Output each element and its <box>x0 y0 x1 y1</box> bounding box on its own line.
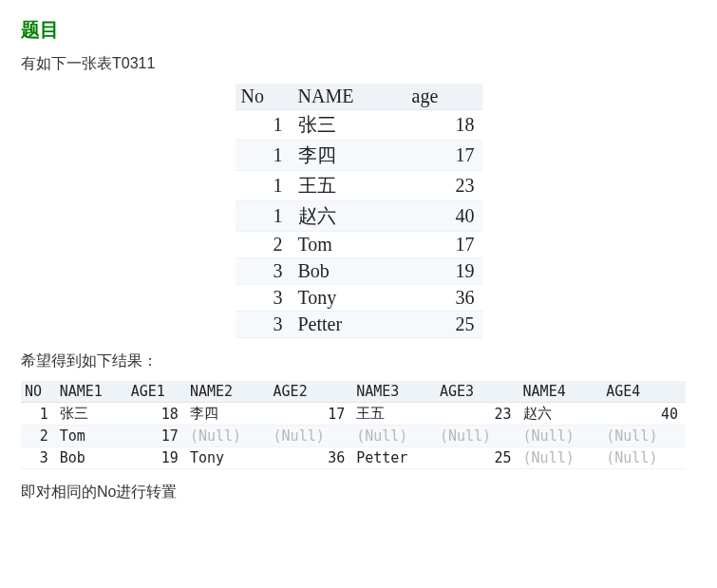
cell-name3: (Null) <box>352 426 436 447</box>
cell-age2: (Null) <box>270 426 353 447</box>
cell-age: 23 <box>406 171 482 201</box>
cell-no: 2 <box>21 426 56 447</box>
table1-wrapper: No NAME age 1张三181李四171王五231赵六402Tom173B… <box>21 84 696 338</box>
cell-age2: 36 <box>270 447 353 469</box>
cell-name3: Petter <box>352 447 436 469</box>
cell-age4: (Null) <box>602 447 686 469</box>
cell-name2: 李四 <box>186 403 270 426</box>
cell-age1: 18 <box>127 403 186 426</box>
col2-age1: AGE1 <box>127 381 186 403</box>
cell-no: 1 <box>236 141 292 171</box>
section-heading: 题目 <box>21 17 696 43</box>
cell-name: Tom <box>292 232 406 258</box>
col2-name3: NAME3 <box>352 381 436 403</box>
cell-name: 王五 <box>292 171 406 201</box>
cell-no: 1 <box>236 201 292 232</box>
cell-age3: (Null) <box>436 426 519 447</box>
null-value: (Null) <box>440 427 491 445</box>
cell-name4: (Null) <box>519 426 603 447</box>
col2-age2: AGE2 <box>270 381 353 403</box>
cell-age4: 40 <box>602 403 686 426</box>
conclusion-text: 即对相同的No进行转置 <box>21 483 696 503</box>
cell-age: 17 <box>406 232 482 258</box>
table-row: 3Tony36 <box>236 285 482 312</box>
cell-age: 18 <box>406 110 482 141</box>
cell-name3: 王五 <box>352 403 436 426</box>
cell-no: 3 <box>236 258 292 285</box>
cell-age3: 23 <box>436 403 519 426</box>
null-value: (Null) <box>606 449 657 466</box>
table2-header-row: NO NAME1 AGE1 NAME2 AGE2 NAME3 AGE3 NAME… <box>21 381 686 403</box>
cell-name1: Bob <box>56 447 127 469</box>
cell-age1: 17 <box>127 426 186 447</box>
cell-no: 1 <box>236 110 292 141</box>
source-table: No NAME age 1张三181李四171王五231赵六402Tom173B… <box>236 84 482 338</box>
cell-no: 3 <box>21 447 56 469</box>
table-row: 1赵六40 <box>236 201 482 232</box>
mid-text: 希望得到如下结果： <box>21 351 696 371</box>
col2-name4: NAME4 <box>519 381 603 403</box>
cell-name1: Tom <box>56 426 127 447</box>
cell-no: 3 <box>236 285 292 312</box>
col2-age3: AGE3 <box>436 381 519 403</box>
cell-no: 2 <box>236 232 292 258</box>
col2-name1: NAME1 <box>56 381 127 403</box>
col-name: NAME <box>292 84 406 110</box>
result-table: NO NAME1 AGE1 NAME2 AGE2 NAME3 AGE3 NAME… <box>21 381 686 469</box>
cell-age1: 19 <box>127 447 186 469</box>
null-value: (Null) <box>523 449 575 466</box>
cell-name: Tony <box>292 285 406 312</box>
cell-name4: 赵六 <box>519 403 603 426</box>
table-row: 3Petter25 <box>236 312 482 338</box>
cell-name: Bob <box>292 258 406 285</box>
table-row: 2Tom17 <box>236 232 482 258</box>
table-row: 1张三18李四17王五23赵六40 <box>21 403 686 426</box>
col-age: age <box>406 84 482 110</box>
cell-no: 1 <box>21 403 56 426</box>
cell-no: 3 <box>236 312 292 338</box>
cell-age: 25 <box>406 312 482 338</box>
cell-age: 17 <box>406 141 482 171</box>
null-value: (Null) <box>190 427 241 445</box>
cell-age3: 25 <box>436 447 519 469</box>
cell-name: Petter <box>292 312 406 338</box>
col-no: No <box>236 84 292 110</box>
cell-name4: (Null) <box>519 447 603 469</box>
table-row: 3Bob19Tony36Petter25(Null)(Null) <box>21 447 686 469</box>
null-value: (Null) <box>274 427 325 445</box>
cell-name: 张三 <box>292 110 406 141</box>
cell-age: 40 <box>406 201 482 232</box>
table1-header-row: No NAME age <box>236 84 482 110</box>
col2-name2: NAME2 <box>186 381 270 403</box>
col2-age4: AGE4 <box>602 381 686 403</box>
cell-age: 19 <box>406 258 482 285</box>
cell-name: 李四 <box>292 141 406 171</box>
table-row: 1张三18 <box>236 110 482 141</box>
cell-age: 36 <box>406 285 482 312</box>
cell-age4: (Null) <box>602 426 686 447</box>
cell-name2: (Null) <box>186 426 270 447</box>
cell-name: 赵六 <box>292 201 406 232</box>
intro-text: 有如下一张表T0311 <box>21 54 696 74</box>
null-value: (Null) <box>606 427 657 445</box>
cell-name2: Tony <box>186 447 270 469</box>
table-row: 1李四17 <box>236 141 482 171</box>
table-row: 1王五23 <box>236 171 482 201</box>
null-value: (Null) <box>356 427 407 445</box>
cell-age2: 17 <box>270 403 353 426</box>
null-value: (Null) <box>523 427 575 445</box>
col2-no: NO <box>21 381 56 403</box>
cell-name1: 张三 <box>56 403 127 426</box>
cell-no: 1 <box>236 171 292 201</box>
table-row: 3Bob19 <box>236 258 482 285</box>
table-row: 2Tom17(Null)(Null)(Null)(Null)(Null)(Nul… <box>21 426 686 447</box>
